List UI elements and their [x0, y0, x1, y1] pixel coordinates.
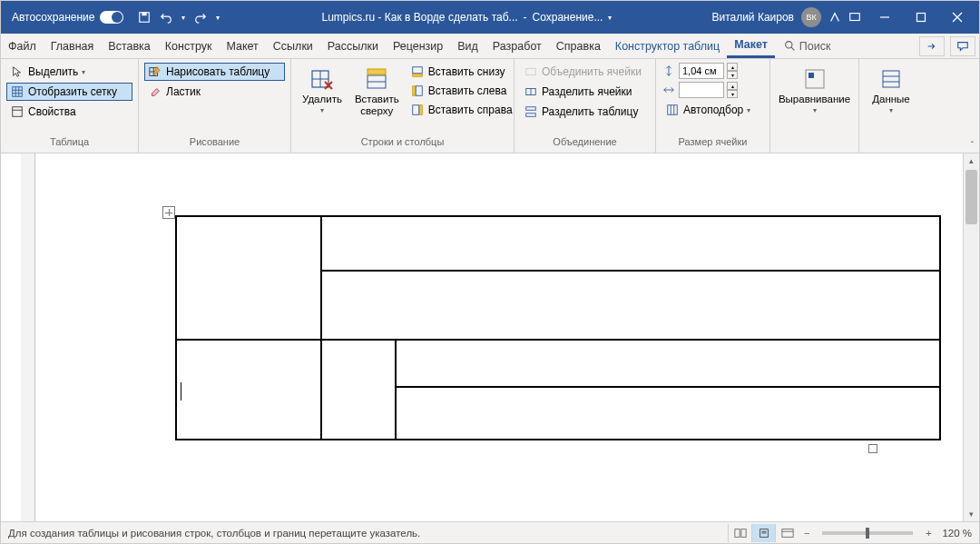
- document-title: Lumpics.ru - Как в Ворде сделать таб... …: [227, 11, 706, 24]
- tab-view[interactable]: Вид: [450, 34, 485, 58]
- ribbon-tabs: Файл Главная Вставка Конструк Макет Ссыл…: [1, 34, 979, 59]
- svg-rect-32: [419, 105, 422, 115]
- svg-rect-33: [526, 69, 536, 75]
- select-button[interactable]: Выделить ▾: [6, 63, 132, 81]
- table-resize-handle[interactable]: [868, 444, 877, 453]
- tab-insert[interactable]: Вставка: [101, 34, 157, 58]
- view-print-layout[interactable]: [751, 524, 775, 542]
- title-bar: Автосохранение ▾ ▾ Lumpics.ru - Как в Во…: [1, 1, 979, 34]
- autofit-button[interactable]: Автоподбор ▾: [662, 101, 764, 119]
- tab-home[interactable]: Главная: [44, 34, 102, 58]
- status-hint: Для создания таблицы и рисования строк, …: [8, 528, 420, 539]
- svg-rect-51: [782, 529, 793, 537]
- cursor-icon: [10, 64, 24, 79]
- close-button[interactable]: [939, 1, 975, 34]
- svg-rect-31: [412, 105, 418, 115]
- view-gridlines-button[interactable]: Отобразить сетку: [6, 83, 132, 101]
- draw-table-button[interactable]: Нарисовать таблицу: [144, 63, 285, 81]
- zoom-level[interactable]: 120 %: [936, 528, 972, 539]
- svg-rect-2: [850, 14, 860, 21]
- tab-help[interactable]: Справка: [549, 34, 608, 58]
- chevron-down-icon: ▾: [320, 106, 324, 114]
- group-label-draw: Рисование: [144, 136, 285, 153]
- scroll-thumb[interactable]: [965, 170, 977, 224]
- minimize-button[interactable]: [867, 1, 903, 34]
- tab-references[interactable]: Ссылки: [266, 34, 320, 58]
- zoom-in-button[interactable]: +: [920, 528, 936, 539]
- search-box[interactable]: Поиск: [775, 40, 840, 53]
- comments-button[interactable]: [950, 36, 975, 56]
- merge-cells-button: Объединить ячейки: [520, 63, 650, 81]
- chevron-down-icon[interactable]: ▾: [181, 14, 185, 22]
- toggle-switch-icon: [100, 11, 123, 24]
- tab-review[interactable]: Рецензир: [386, 34, 450, 58]
- undo-icon[interactable]: [160, 11, 172, 24]
- redo-icon[interactable]: [194, 11, 207, 24]
- view-web-layout[interactable]: [775, 524, 799, 542]
- save-icon[interactable]: [138, 11, 151, 24]
- height-spinner[interactable]: ▴▾: [727, 63, 738, 79]
- tab-mailings[interactable]: Рассылки: [320, 34, 386, 58]
- tab-table-design[interactable]: Конструктор таблиц: [608, 34, 727, 58]
- width-icon: [662, 83, 676, 97]
- tab-layout[interactable]: Макет: [219, 34, 265, 58]
- table-pencil-icon: [148, 64, 162, 79]
- properties-icon: [10, 104, 24, 119]
- vertical-scrollbar[interactable]: ▴ ▾: [963, 153, 979, 521]
- width-field[interactable]: [679, 82, 724, 98]
- avatar[interactable]: ВК: [801, 7, 821, 27]
- tab-file[interactable]: Файл: [1, 34, 44, 58]
- text-cursor: [181, 382, 181, 401]
- scroll-down-icon[interactable]: ▾: [964, 507, 979, 521]
- insert-above-button[interactable]: Вставить сверху: [349, 63, 405, 120]
- split-table-button[interactable]: Разделить таблицу: [520, 103, 650, 121]
- merge-icon: [524, 64, 538, 79]
- zoom-slider[interactable]: [822, 531, 913, 535]
- group-label-data: [865, 136, 917, 153]
- split-cells-button[interactable]: Разделить ячейки: [520, 83, 650, 101]
- svg-rect-27: [412, 67, 422, 74]
- group-label-alignment: [776, 136, 853, 153]
- svg-point-7: [785, 42, 791, 48]
- svg-rect-14: [13, 107, 23, 117]
- insert-below-button[interactable]: Вставить снизу: [407, 63, 516, 81]
- ribbon-display-icon[interactable]: [848, 11, 861, 24]
- chevron-down-icon: ▾: [747, 106, 750, 114]
- tab-developer[interactable]: Разработ: [485, 34, 549, 58]
- qat-more-icon[interactable]: ▾: [216, 14, 220, 22]
- table-move-handle[interactable]: [162, 206, 175, 219]
- svg-rect-43: [883, 71, 899, 87]
- vertical-ruler: [21, 153, 35, 521]
- maximize-button[interactable]: [903, 1, 939, 34]
- insert-right-button[interactable]: Вставить справа: [407, 101, 516, 119]
- tab-table-layout[interactable]: Макет: [727, 34, 775, 58]
- autosave-toggle[interactable]: Автосохранение: [5, 11, 131, 24]
- share-button[interactable]: [919, 36, 945, 56]
- eraser-icon: [148, 84, 162, 99]
- insert-left-button[interactable]: Вставить слева: [407, 82, 516, 100]
- row-height-input[interactable]: ▴▾: [662, 63, 764, 79]
- collapse-ribbon-button[interactable]: ˆ: [971, 141, 974, 151]
- svg-rect-46: [735, 529, 740, 537]
- tab-design[interactable]: Конструк: [158, 34, 220, 58]
- height-field[interactable]: [679, 63, 724, 79]
- document-table[interactable]: [175, 215, 941, 440]
- touch-mode-icon[interactable]: [828, 11, 841, 24]
- delete-button[interactable]: Удалить ▾: [297, 63, 348, 118]
- insert-right-icon: [410, 103, 425, 117]
- width-spinner[interactable]: ▴▾: [727, 82, 738, 98]
- col-width-input[interactable]: ▴▾: [662, 82, 764, 98]
- chevron-down-icon[interactable]: ▾: [608, 14, 612, 22]
- eraser-button[interactable]: Ластик: [144, 83, 285, 101]
- alignment-icon: [802, 66, 828, 92]
- data-icon: [878, 66, 904, 92]
- zoom-out-button[interactable]: −: [799, 528, 815, 539]
- insert-above-icon: [364, 66, 389, 92]
- svg-rect-29: [416, 86, 422, 96]
- scroll-up-icon[interactable]: ▴: [964, 153, 979, 168]
- data-button[interactable]: Данные ▾: [867, 63, 916, 118]
- alignment-button[interactable]: Выравнивание ▾: [773, 63, 856, 118]
- split-table-icon: [524, 104, 538, 119]
- view-read-mode[interactable]: [728, 524, 751, 542]
- properties-button[interactable]: Свойства: [6, 103, 132, 121]
